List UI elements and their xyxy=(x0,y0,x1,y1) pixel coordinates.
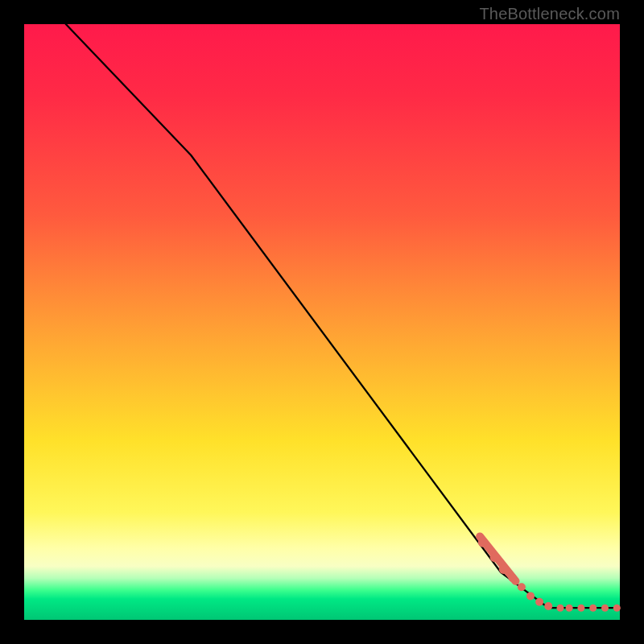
marker-dot xyxy=(589,605,597,612)
marker-dot xyxy=(478,538,488,547)
chart-overlay xyxy=(24,24,620,620)
marker-dot xyxy=(518,583,526,591)
marker-dot xyxy=(490,552,500,562)
marker-dot xyxy=(499,564,509,574)
marker-dot xyxy=(535,598,543,606)
chart-stage: TheBottleneck.com xyxy=(0,0,644,644)
marker-dot xyxy=(601,605,609,612)
marker-dot xyxy=(577,605,584,612)
marker-dot xyxy=(557,605,564,612)
marker-dot xyxy=(613,605,621,612)
marker-dot xyxy=(509,574,517,582)
attribution-text: TheBottleneck.com xyxy=(479,5,620,23)
marker-dot xyxy=(526,592,535,600)
marker-dot xyxy=(566,605,573,612)
marker-dots-group xyxy=(478,538,621,612)
bottleneck-curve xyxy=(66,24,620,608)
marker-dot xyxy=(544,602,552,610)
